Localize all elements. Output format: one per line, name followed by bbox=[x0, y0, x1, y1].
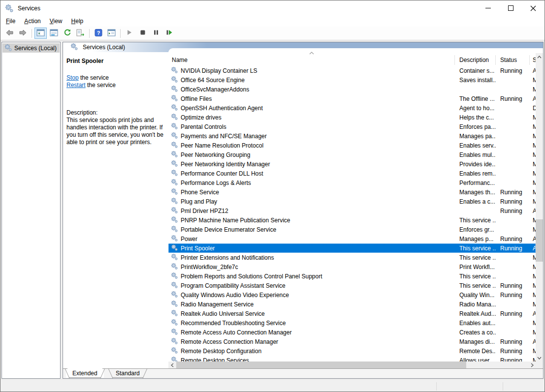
service-row[interactable]: Portable Device Enumerator ServiceEnforc… bbox=[168, 225, 536, 234]
column-header-description[interactable]: Description bbox=[455, 55, 496, 65]
service-row[interactable]: Pml Driver HPZ12RunningA bbox=[168, 206, 536, 215]
service-startup-type: M bbox=[530, 142, 536, 149]
service-gear-icon bbox=[171, 235, 178, 243]
back-arrow-button[interactable] bbox=[3, 28, 16, 39]
service-row[interactable]: Payments and NFC/SE ManagerManages pa...… bbox=[168, 131, 536, 141]
restart-service-button[interactable] bbox=[163, 28, 175, 39]
service-row[interactable]: Recommended Troubleshooting ServiceEnabl… bbox=[168, 318, 536, 328]
service-gear-icon bbox=[171, 76, 178, 84]
show-console-tree-button[interactable] bbox=[34, 28, 47, 39]
tab-label: Standard bbox=[116, 370, 140, 377]
service-name: Peer Name Resolution Protocol bbox=[181, 142, 263, 149]
service-gear-icon bbox=[171, 356, 178, 362]
close-button[interactable] bbox=[522, 0, 545, 16]
service-row[interactable]: Phone ServiceManages th...RunningM bbox=[168, 187, 536, 197]
scroll-down-icon[interactable] bbox=[536, 354, 543, 362]
service-row[interactable]: Offline FilesThe Offline ...RunningA bbox=[168, 94, 536, 103]
stop-service-link[interactable]: Stop bbox=[66, 74, 79, 81]
service-row[interactable]: Problem Reports and Solutions Control Pa… bbox=[168, 271, 536, 281]
service-row[interactable]: Optimize drivesHelps the c...M bbox=[168, 113, 536, 122]
service-row[interactable]: OfficeSvcManagerAddonsM bbox=[168, 85, 536, 94]
service-row[interactable]: Peer Name Resolution ProtocolEnables ser… bbox=[168, 141, 536, 150]
service-status: Running bbox=[496, 95, 530, 102]
services-window: Services FileActionViewHelp ? Services (… bbox=[0, 0, 545, 392]
horizontal-scroll-thumb[interactable] bbox=[176, 362, 466, 369]
restart-service-link[interactable]: Restart bbox=[66, 82, 86, 89]
tab-extended[interactable]: Extended bbox=[66, 369, 104, 378]
menu-file[interactable]: File bbox=[1, 16, 20, 26]
service-startup-type: M bbox=[530, 301, 536, 308]
service-startup-type: M bbox=[530, 170, 536, 177]
service-row[interactable]: PrintWorkflow_2bfe7cPrint Workfl...M bbox=[168, 262, 536, 271]
service-row[interactable]: OpenSSH Authentication AgentAgent to ho.… bbox=[168, 103, 536, 113]
service-row[interactable]: Remote Desktop ServicesAllows user...Run… bbox=[168, 356, 536, 362]
service-gear-icon bbox=[171, 160, 178, 168]
console-tree-panel: Services (Local) bbox=[1, 42, 61, 379]
maximize-button[interactable] bbox=[499, 0, 522, 16]
service-row[interactable]: NVIDIA Display Container LSContainer s..… bbox=[168, 66, 536, 75]
properties-button[interactable] bbox=[48, 28, 60, 39]
service-row[interactable]: Peer Networking GroupingEnables mul...M bbox=[168, 150, 536, 159]
toolbar-separator bbox=[89, 29, 90, 38]
service-gear-icon bbox=[171, 132, 178, 140]
tab-slant bbox=[142, 368, 147, 378]
service-row[interactable]: Remote Desktop ConfigurationRemote Des..… bbox=[168, 346, 536, 356]
show-extended-view-button[interactable] bbox=[105, 28, 118, 39]
tree-item-services-local[interactable]: Services (Local) bbox=[2, 43, 60, 53]
refresh-button[interactable] bbox=[61, 28, 73, 39]
minimize-button[interactable] bbox=[477, 0, 499, 16]
export-list-button[interactable] bbox=[74, 28, 87, 39]
service-row[interactable]: Realtek Audio Universal ServiceRealtek A… bbox=[168, 309, 536, 318]
show-extended-view-icon bbox=[107, 29, 116, 38]
scroll-left-icon[interactable] bbox=[168, 362, 176, 369]
help-button[interactable]: ? bbox=[92, 28, 104, 39]
service-row[interactable]: Parental ControlsEnforces pa...M bbox=[168, 122, 536, 131]
service-row[interactable]: Office 64 Source EngineSaves install...M bbox=[168, 75, 536, 85]
stop-service-icon bbox=[140, 30, 146, 37]
service-row[interactable]: Radio Management ServiceRadio Mana...M bbox=[168, 300, 536, 309]
extended-detail-pane: Print Spooler Stop the serviceRestart th… bbox=[63, 52, 168, 369]
service-row[interactable]: Peer Networking Identity ManagerProvides… bbox=[168, 159, 536, 169]
service-startup-type: M bbox=[530, 161, 536, 168]
service-name: Power bbox=[181, 236, 197, 242]
column-header-st[interactable]: St bbox=[530, 55, 536, 65]
vertical-scroll-thumb[interactable] bbox=[536, 219, 543, 262]
service-row[interactable]: Print SpoolerThis service ...RunningA bbox=[168, 243, 536, 253]
pause-service-button[interactable] bbox=[150, 28, 162, 39]
service-status: Running bbox=[496, 198, 530, 205]
service-name: Remote Access Connection Manager bbox=[181, 338, 278, 345]
service-row[interactable]: Performance Counter DLL HostEnables rem.… bbox=[168, 169, 536, 178]
service-name: Portable Device Enumerator Service bbox=[181, 226, 276, 233]
service-name: Peer Networking Identity Manager bbox=[181, 161, 270, 168]
service-startup-type: M bbox=[530, 348, 536, 355]
service-row[interactable]: Printer Extensions and NotificationsThis… bbox=[168, 253, 536, 262]
service-description: Enforces gr... bbox=[455, 226, 496, 233]
menu-action[interactable]: Action bbox=[20, 16, 45, 26]
tab-standard[interactable]: Standard bbox=[109, 369, 146, 378]
service-row[interactable]: PNRP Machine Name Publication ServiceThi… bbox=[168, 215, 536, 225]
view-tabs: ExtendedStandard bbox=[63, 368, 543, 378]
service-row[interactable]: Remote Access Auto Connection ManagerCre… bbox=[168, 328, 536, 337]
service-description: This service ... bbox=[455, 217, 496, 224]
column-header-name[interactable]: Name bbox=[168, 55, 455, 65]
service-status: Running bbox=[496, 348, 530, 355]
horizontal-scrollbar[interactable] bbox=[168, 362, 536, 369]
service-row[interactable]: PowerManages p...RunningA bbox=[168, 234, 536, 243]
service-row[interactable]: Quality Windows Audio Video ExperienceQu… bbox=[168, 290, 536, 300]
column-header-status[interactable]: Status bbox=[496, 55, 530, 65]
menu-view[interactable]: View bbox=[45, 16, 67, 26]
forward-arrow-button[interactable] bbox=[17, 28, 29, 39]
scroll-right-icon[interactable] bbox=[528, 362, 536, 369]
service-name: PrintWorkflow_2bfe7c bbox=[181, 264, 238, 271]
service-row[interactable]: Plug and PlayEnables a c...RunningM bbox=[168, 197, 536, 206]
vertical-scrollbar[interactable] bbox=[536, 53, 543, 362]
start-service-button[interactable] bbox=[123, 28, 135, 39]
stop-service-button[interactable] bbox=[136, 28, 149, 39]
scroll-up-icon[interactable] bbox=[536, 53, 543, 60]
service-startup-type: M bbox=[530, 114, 536, 121]
menu-help[interactable]: Help bbox=[67, 16, 88, 26]
service-row[interactable]: Performance Logs & AlertsPerformanc...M bbox=[168, 178, 536, 187]
service-row[interactable]: Program Compatibility Assistant ServiceT… bbox=[168, 281, 536, 290]
service-row[interactable]: Remote Access Connection ManagerManages … bbox=[168, 337, 536, 346]
tab-label: Extended bbox=[72, 370, 97, 377]
